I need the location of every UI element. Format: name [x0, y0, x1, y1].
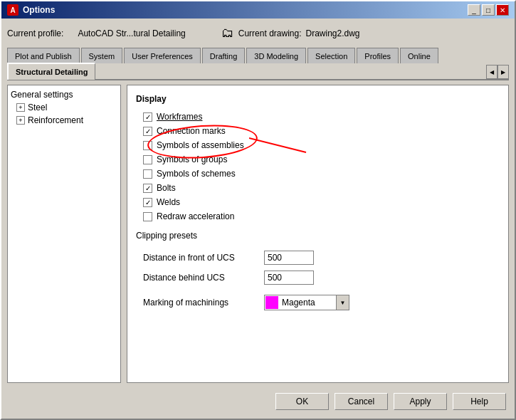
tab-user-preferences[interactable]: User Preferences	[124, 48, 201, 63]
welds-checkbox[interactable]	[143, 198, 152, 207]
tab-drafting[interactable]: Drafting	[202, 48, 246, 63]
left-tree-panel: General settings + Steel + Reinforcement	[7, 85, 121, 383]
tree-expander-steel[interactable]: +	[16, 103, 25, 112]
tree-label-reinforcement: Reinforcement	[28, 115, 83, 125]
symbols-schemes-checkbox[interactable]	[143, 169, 152, 179]
cancel-button[interactable]: Cancel	[335, 393, 388, 410]
main-content-wrapper: General settings + Steel + Reinforcement…	[7, 85, 509, 383]
marking-row: Marking of machinings Magenta ▼	[136, 292, 500, 313]
close-button[interactable]: ✕	[496, 4, 509, 16]
field-row-front: Distance in front of UCS	[136, 248, 500, 268]
checkbox-symbols-groups: Symbols of groups	[136, 152, 500, 167]
title-bar-buttons: _ □ ✕	[468, 4, 509, 16]
content-area: Current profile: AutoCAD Str...tural Det…	[1, 19, 515, 419]
tab-profiles[interactable]: Profiles	[357, 48, 399, 63]
color-swatch	[265, 296, 278, 309]
field-row-behind: Distance behind UCS	[136, 268, 500, 288]
tree-item-general-settings[interactable]: General settings	[11, 88, 117, 101]
tab-3d-modeling[interactable]: 3D Modeling	[246, 48, 306, 63]
tree-item-steel[interactable]: + Steel	[11, 101, 117, 114]
tabs-container: Plot and Publish System User Preferences…	[7, 46, 509, 80]
current-drawing-value: Drawing2.dwg	[306, 28, 360, 38]
drawing-icon: 🗂	[221, 26, 234, 41]
tab-next-button[interactable]: ▶	[497, 65, 509, 79]
tree-label-general: General settings	[11, 90, 73, 100]
checkbox-welds: Welds	[136, 195, 500, 209]
marking-label: Marking of machinings	[143, 298, 257, 308]
connection-marks-label: Connection marks	[157, 126, 226, 136]
checkbox-bolts: Bolts	[136, 181, 500, 195]
symbols-assemblies-label: Symbols of assemblies	[157, 140, 244, 150]
clipping-section-title: Clipping presets	[136, 231, 500, 241]
title-bar-left: A Options	[7, 4, 55, 16]
clipping-section: Clipping presets Distance in front of UC…	[136, 231, 500, 288]
checkbox-redraw-acceleration: Redraw acceleration	[136, 209, 500, 224]
apply-button[interactable]: Apply	[394, 393, 447, 410]
display-section-title: Display	[136, 94, 500, 104]
workframes-checkbox[interactable]	[143, 112, 152, 122]
footer-buttons: OK Cancel Apply Help	[7, 387, 509, 413]
ok-button[interactable]: OK	[275, 393, 329, 410]
current-profile-label: Current profile:	[7, 28, 63, 38]
symbols-schemes-label: Symbols of schemes	[157, 169, 236, 179]
minimize-button[interactable]: _	[468, 4, 480, 16]
checkbox-connection-marks: Connection marks	[136, 124, 500, 138]
bolts-checkbox[interactable]	[143, 184, 152, 193]
distance-behind-label: Distance behind UCS	[143, 273, 257, 283]
symbols-groups-label: Symbols of groups	[157, 154, 227, 164]
title-bar: A Options _ □ ✕	[1, 1, 515, 19]
welds-label: Welds	[157, 197, 180, 207]
tree-label-steel: Steel	[28, 103, 47, 112]
distance-behind-input[interactable]	[264, 271, 314, 285]
distance-front-label: Distance in front of UCS	[143, 253, 257, 263]
tree-expander-reinforcement[interactable]: +	[16, 116, 25, 125]
workframes-label: Workframes	[157, 112, 202, 122]
color-text: Magenta	[279, 298, 336, 308]
tab-structural-detailing[interactable]: Structural Detailing	[7, 63, 95, 80]
maximize-button[interactable]: □	[482, 4, 495, 16]
tab-prev-button[interactable]: ◀	[486, 65, 497, 79]
tab-online[interactable]: Online	[400, 48, 438, 63]
redraw-acceleration-label: Redraw acceleration	[157, 211, 234, 221]
color-dropdown-arrow[interactable]: ▼	[336, 295, 349, 310]
current-drawing-label: Current drawing:	[238, 28, 302, 38]
redraw-acceleration-checkbox[interactable]	[143, 212, 152, 221]
symbols-groups-checkbox[interactable]	[143, 155, 152, 164]
checkbox-workframes: Workframes	[136, 110, 500, 124]
app-icon: A	[7, 4, 19, 16]
tab-plot-and-publish[interactable]: Plot and Publish	[7, 48, 80, 63]
checkbox-symbols-assemblies: Symbols of assemblies	[136, 138, 500, 152]
connection-marks-checkbox[interactable]	[143, 127, 152, 136]
right-panel: Display Workframes Connection marks Symb…	[127, 85, 509, 383]
color-select[interactable]: Magenta ▼	[264, 295, 349, 310]
tab-nav-arrows: ◀ ▶	[486, 65, 509, 79]
tab-selection[interactable]: Selection	[307, 48, 355, 63]
bolts-label: Bolts	[157, 183, 176, 193]
window-title: Options	[23, 5, 55, 15]
options-window: A Options _ □ ✕ Current profile: AutoCAD…	[0, 0, 516, 420]
help-button[interactable]: Help	[453, 393, 506, 410]
checkbox-symbols-schemes: Symbols of schemes	[136, 167, 500, 181]
tab-system[interactable]: System	[81, 48, 123, 63]
current-profile-value: AutoCAD Str...tural Detailing	[78, 28, 185, 38]
distance-front-input[interactable]	[264, 251, 314, 265]
tree-item-reinforcement[interactable]: + Reinforcement	[11, 114, 117, 127]
profile-row: Current profile: AutoCAD Str...tural Det…	[7, 24, 509, 42]
symbols-assemblies-checkbox[interactable]	[143, 141, 152, 150]
